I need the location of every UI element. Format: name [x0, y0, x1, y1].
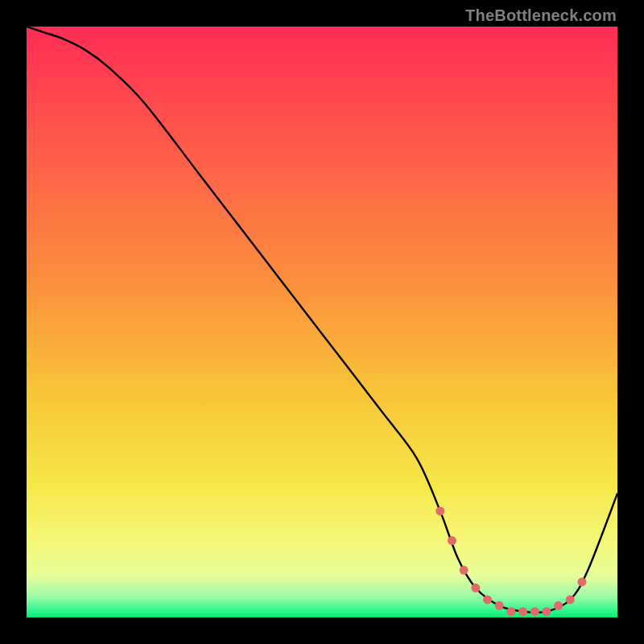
marker-dot: [483, 595, 492, 604]
marker-dot: [518, 607, 527, 616]
marker-dot: [460, 566, 469, 575]
marker-dot: [471, 584, 480, 592]
marker-dot: [542, 607, 551, 616]
marker-dot: [530, 607, 539, 616]
marker-dot: [506, 607, 515, 616]
marker-dot: [554, 601, 563, 610]
gradient-background: [27, 27, 617, 617]
marker-dot: [566, 595, 575, 604]
marker-dot: [448, 536, 456, 545]
chart-plot-area: [27, 27, 617, 617]
marker-dot: [577, 577, 586, 586]
chart-svg: [27, 27, 617, 617]
marker-dot: [436, 506, 444, 515]
marker-dot: [495, 601, 504, 610]
watermark-text: TheBottleneck.com: [465, 6, 617, 25]
